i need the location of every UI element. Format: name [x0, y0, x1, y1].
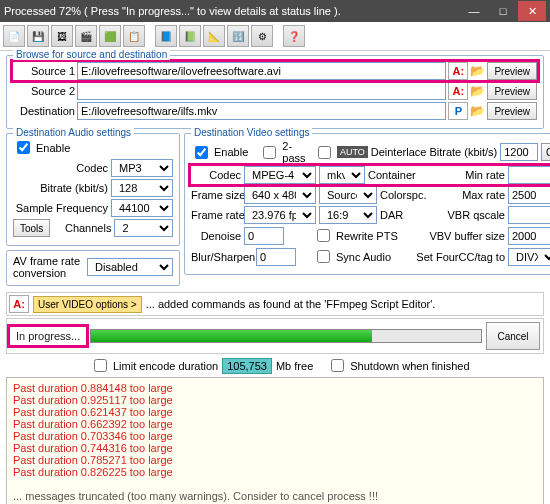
tool-icon-10[interactable]: 🔢 — [227, 25, 249, 47]
mbfree-value: 105,753 — [222, 358, 272, 374]
progress-row: In progress... Cancel — [6, 318, 544, 354]
audio-codec-label: Codec — [13, 162, 108, 174]
progress-bar — [90, 329, 482, 343]
console-line: Past duration 0.662392 too large — [13, 418, 537, 430]
minimize-button[interactable]: — — [460, 1, 488, 21]
video-blur-input[interactable] — [256, 248, 296, 266]
tool-icon-1[interactable]: 📄 — [3, 25, 25, 47]
video-minrate-input[interactable] — [508, 166, 550, 184]
options-row: A: User VIDEO options > ... added comman… — [6, 292, 544, 316]
video-fsize-select[interactable]: 640 x 480 — [244, 186, 316, 204]
maximize-button[interactable]: □ — [489, 1, 517, 21]
dar-label: DAR — [380, 209, 403, 221]
audio-bitrate-label: Bitrate (kbit/s) — [13, 182, 108, 194]
source1-label: Source 1 — [13, 65, 75, 77]
video-codec-select[interactable]: MPEG-4 — [244, 166, 316, 184]
source2-a-icon[interactable]: A: — [448, 82, 468, 100]
source2-preview-button[interactable]: Preview — [487, 82, 537, 100]
source1-folder-icon[interactable]: 📂 — [470, 64, 485, 78]
video-vbr-input[interactable] — [508, 206, 550, 224]
audio-fieldset: Destination Audio settings Enable CodecM… — [6, 133, 180, 246]
container-label: Container — [368, 169, 416, 181]
video-bitrate-input[interactable] — [500, 143, 538, 161]
destination-row: Destination P 📂 Preview — [13, 102, 537, 120]
video-vbr-label: VBR qscale — [433, 209, 505, 221]
video-enable-checkbox[interactable]: Enable — [191, 143, 248, 162]
mbfree-suffix: Mb free — [276, 360, 313, 372]
tool-icon-5[interactable]: 🟩 — [99, 25, 121, 47]
video-denoise-label: Denoise — [191, 230, 241, 242]
audio-channels-select[interactable]: 2 — [114, 219, 173, 237]
audio-sample-select[interactable]: 44100 — [111, 199, 173, 217]
audio-enable-checkbox[interactable]: Enable — [13, 138, 173, 157]
limit-duration-checkbox[interactable]: Limit encode duration — [90, 356, 218, 375]
video-fourcc-select[interactable]: DIVX — [508, 248, 550, 266]
tool-icon-2[interactable]: 💾 — [27, 25, 49, 47]
deinterlace-label: Deinterlace — [371, 146, 427, 158]
video-minrate-label: Min rate — [433, 169, 505, 181]
avfr-fieldset: AV frame rate conversion Disabled — [6, 250, 180, 286]
video-fourcc-label: Set FourCC/tag to — [413, 251, 505, 263]
cancel-button[interactable]: Cancel — [486, 322, 540, 350]
destination-p-icon[interactable]: P — [448, 102, 468, 120]
audio-channels-label: Channels — [53, 222, 111, 234]
title-text: Processed 72% ( Press "In progress..." t… — [4, 5, 460, 17]
video-fsize-mode-select[interactable]: Source — [319, 186, 377, 204]
video-frate-select[interactable]: 23.976 fps — [244, 206, 316, 224]
browse-legend: Browse for source and destination — [13, 49, 170, 60]
rewrite-pts-checkbox[interactable]: Rewrite PTS — [313, 226, 398, 245]
console-line: Past duration 0.785271 too large — [13, 454, 537, 466]
tool-icon-4[interactable]: 🎬 — [75, 25, 97, 47]
toolbar: 📄 💾 🖼 🎬 🟩 📋 📘 📗 📐 🔢 ⚙ ❓ — [0, 22, 550, 51]
video-aspect-select[interactable]: 16:9 — [319, 206, 377, 224]
console-line: Past duration 0.703346 too large — [13, 430, 537, 442]
options-a-icon[interactable]: A: — [9, 295, 29, 313]
tool-icon-6[interactable]: 📋 — [123, 25, 145, 47]
source1-row: Source 1 A: 📂 Preview — [13, 62, 537, 80]
source2-folder-icon[interactable]: 📂 — [470, 84, 485, 98]
in-progress-button[interactable]: In progress... — [10, 327, 86, 345]
console-end: ... messages truncated (too many warning… — [13, 490, 537, 502]
console-line: Past duration 0.621437 too large — [13, 406, 537, 418]
audio-legend: Destination Audio settings — [13, 127, 134, 138]
tool-icon-8[interactable]: 📗 — [179, 25, 201, 47]
video-denoise-input[interactable] — [244, 227, 284, 245]
tool-icon-12[interactable]: ❓ — [283, 25, 305, 47]
avfr-select[interactable]: Disabled — [87, 258, 173, 276]
source2-row: Source 2 A: 📂 Preview — [13, 82, 537, 100]
destination-preview-button[interactable]: Preview — [487, 102, 537, 120]
console-line: Past duration 0.925117 too large — [13, 394, 537, 406]
video-blur-label: Blur/Sharpen — [191, 251, 253, 263]
source1-input[interactable] — [77, 62, 446, 80]
colorspc-label: Colorspc. — [380, 189, 426, 201]
video-maxrate-label: Max rate — [433, 189, 505, 201]
destination-folder-icon[interactable]: 📂 — [470, 104, 485, 118]
shutdown-checkbox[interactable]: Shutdown when finished — [327, 356, 469, 375]
console-output: Past duration 0.884148 too large Past du… — [6, 377, 544, 504]
audio-bitrate-select[interactable]: 128 — [111, 179, 173, 197]
tool-icon-9[interactable]: 📐 — [203, 25, 225, 47]
video-fsize-label: Frame size — [191, 189, 241, 201]
video-container-select[interactable]: mkv — [319, 166, 365, 184]
user-video-options-button[interactable]: User VIDEO options > — [33, 296, 142, 313]
destination-input[interactable] — [77, 102, 446, 120]
titlebar: Processed 72% ( Press "In progress..." t… — [0, 0, 550, 22]
video-maxrate-input[interactable] — [508, 186, 550, 204]
tool-icon-3[interactable]: 🖼 — [51, 25, 73, 47]
browse-fieldset: Browse for source and destination Source… — [6, 55, 544, 129]
video-auto-checkbox[interactable]: AUTO — [314, 143, 368, 162]
video-2pass-checkbox[interactable]: 2-pass — [259, 140, 311, 164]
video-legend: Destination Video settings — [191, 127, 312, 138]
audio-tools-button[interactable]: Tools — [13, 219, 50, 237]
source1-preview-button[interactable]: Preview — [487, 62, 537, 80]
video-fieldset: Destination Video settings Enable 2-pass… — [184, 133, 550, 275]
tool-icon-11[interactable]: ⚙ — [251, 25, 273, 47]
video-bitrate-c-button[interactable]: C — [541, 143, 550, 161]
audio-codec-select[interactable]: MP3 — [111, 159, 173, 177]
close-button[interactable]: ✕ — [518, 1, 546, 21]
source2-input[interactable] — [77, 82, 446, 100]
sync-audio-checkbox[interactable]: Sync Audio — [313, 247, 391, 266]
tool-icon-7[interactable]: 📘 — [155, 25, 177, 47]
source1-a-icon[interactable]: A: — [448, 62, 468, 80]
video-vbv-input[interactable] — [508, 227, 550, 245]
